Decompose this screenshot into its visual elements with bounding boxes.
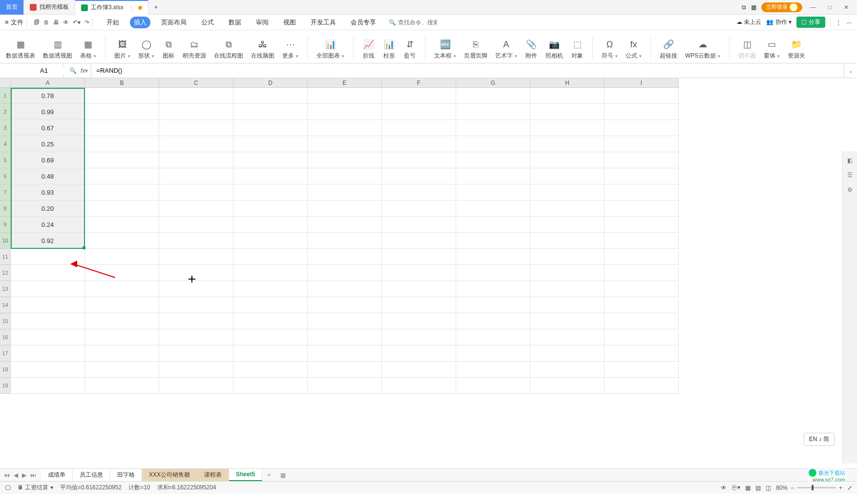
cell-G14[interactable] [456,297,530,313]
cell-B15[interactable] [85,313,159,329]
cell-G11[interactable] [456,249,530,265]
menu-tab-2[interactable]: 页面布局 [157,17,190,28]
cell-F17[interactable] [382,345,456,362]
cell-B10[interactable] [85,233,159,249]
side-select-icon[interactable]: ☰ [847,172,853,179]
sheet-tab-5[interactable]: Sheet5 [229,469,262,481]
sheet-list-button[interactable]: ▦ [275,470,291,481]
cell-F19[interactable] [382,378,456,394]
formula-input[interactable] [91,67,844,74]
menu-tab-0[interactable]: 开始 [103,17,123,28]
tab-template[interactable]: 找稻壳模板 [24,0,75,15]
view-normal-icon[interactable]: ▦ [745,484,751,491]
col-header-E[interactable]: E [308,78,382,88]
cell-H19[interactable] [530,378,605,394]
cell-D7[interactable] [233,184,308,201]
tab-add[interactable]: + [148,0,164,15]
cell-B7[interactable] [85,184,159,201]
menu-tab-6[interactable]: 视图 [279,17,300,28]
cell-I4[interactable] [605,136,679,152]
cell-I5[interactable] [605,152,679,168]
cell-H17[interactable] [530,345,605,362]
cell-G15[interactable] [456,313,530,329]
cell-E11[interactable] [308,249,382,265]
cell-E16[interactable] [308,329,382,345]
cell-A10[interactable]: 0.92 [11,233,85,249]
lang-icon[interactable]: ㊥▾ [732,484,740,492]
cell-F16[interactable] [382,329,456,345]
cell-G2[interactable] [456,104,530,120]
ribbon-盈亏[interactable]: ⇵盈亏 [402,38,417,63]
menu-tab-8[interactable]: 会员专享 [347,17,380,28]
cell-D19[interactable] [233,378,308,394]
cell-F1[interactable] [382,88,456,104]
cell-E1[interactable] [308,88,382,104]
ribbon-折线[interactable]: 📈折线 [361,38,376,63]
cell-B5[interactable] [85,152,159,168]
window-minimize-icon[interactable]: — [807,1,819,13]
cell-B8[interactable] [85,201,159,217]
cell-D3[interactable] [233,120,308,136]
cell-I8[interactable] [605,201,679,217]
ribbon-在线脑图[interactable]: 🖧在线脑图 [250,38,275,63]
cell-I11[interactable] [605,249,679,265]
cell-A1[interactable]: 0.78 [11,88,85,104]
cell-C15[interactable] [159,313,233,329]
cell-E19[interactable] [308,378,382,394]
file-menu[interactable]: ≡ 文件 [5,18,23,27]
cell-B9[interactable] [85,217,159,233]
cell-C5[interactable] [159,152,233,168]
ribbon-照相机[interactable]: 📷照相机 [544,38,564,63]
cell-D2[interactable] [233,104,308,120]
row-header-10[interactable]: 10 [0,233,11,249]
col-header-I[interactable]: I [605,78,679,88]
cell-H10[interactable] [530,233,605,249]
cell-G17[interactable] [456,345,530,362]
cell-F13[interactable] [382,281,456,297]
cell-H8[interactable] [530,201,605,217]
ribbon-符号[interactable]: Ω符号 [601,38,619,63]
cell-A9[interactable]: 0.24 [11,217,85,233]
cell-G19[interactable] [456,378,530,394]
search-input[interactable] [398,19,437,26]
cell-B11[interactable] [85,249,159,265]
undo-icon[interactable]: ↶▾ [73,19,81,26]
cell-D4[interactable] [233,136,308,152]
cell-H11[interactable] [530,249,605,265]
side-settings-icon[interactable]: ⚙ [847,186,853,193]
ribbon-图片[interactable]: 🖼图片 [113,38,131,63]
ribbon-对象[interactable]: ⬚对象 [570,38,585,63]
cell-H15[interactable] [530,313,605,329]
cell-D6[interactable] [233,168,308,184]
ribbon-文本框[interactable]: 🔤文本框 [433,38,457,63]
select-all-corner[interactable] [0,78,11,88]
row-header-6[interactable]: 6 [0,168,11,184]
sheet-tab-2[interactable]: 田字格 [110,469,142,481]
cell-E5[interactable] [308,152,382,168]
cell-I1[interactable] [605,88,679,104]
zoom-fx-icon[interactable]: 🔍 [69,67,77,74]
cell-A12[interactable] [11,265,85,281]
col-header-C[interactable]: C [159,78,233,88]
ribbon-表格[interactable]: ▦表格 [79,38,97,63]
cell-F4[interactable] [382,136,456,152]
cell-B6[interactable] [85,168,159,184]
cell-C8[interactable] [159,201,233,217]
cell-G4[interactable] [456,136,530,152]
cell-C19[interactable] [159,378,233,394]
cell-A5[interactable]: 0.69 [11,152,85,168]
cell-B1[interactable] [85,88,159,104]
cell-C13[interactable] [159,281,233,297]
cell-H14[interactable] [530,297,605,313]
cell-F7[interactable] [382,184,456,201]
sheet-next-icon[interactable]: ▶ [22,472,26,479]
ribbon-柱形[interactable]: 📊柱形 [382,38,397,63]
cell-A11[interactable] [11,249,85,265]
grid-area[interactable]: ABCDEFGHI 10.7820.9930.6740.2550.6960.48… [0,78,857,468]
cell-I19[interactable] [605,378,679,394]
cell-B4[interactable] [85,136,159,152]
cell-B3[interactable] [85,120,159,136]
cell-H6[interactable] [530,168,605,184]
view-break-icon[interactable]: ◫ [766,484,771,491]
zoom-control[interactable]: 80% − + [776,484,842,491]
